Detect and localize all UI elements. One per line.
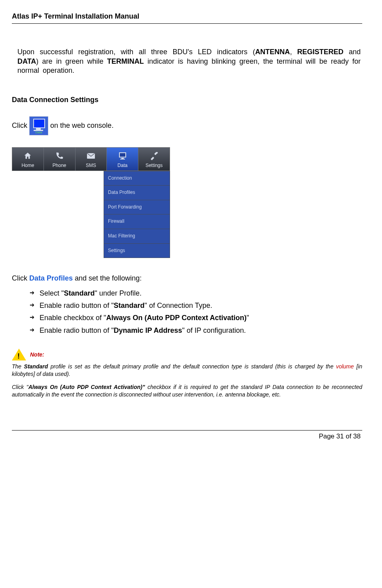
text: and [344,48,361,56]
intro-paragraph: Upon successful registration, with all t… [17,47,361,75]
phone-icon [44,150,75,162]
home-icon [12,150,43,162]
instruction-list: Select "Standard" under Profile. Enable … [12,287,362,337]
note-paragraph-1: The Standard profile is set as the defau… [12,363,362,378]
section-heading: Data Connection Settings [12,95,362,104]
dd-port-forwarding[interactable]: Port Forwarding [104,200,170,215]
click-data-line: Click Data on the web console. [12,116,362,135]
text: on the web console. [50,121,113,129]
warning-icon [12,349,26,360]
footer-rule [12,430,362,431]
bold: TERMINAL [107,57,144,65]
nav-label: SMS [86,163,96,168]
text: and set the following: [73,274,142,282]
text: Enable radio button of " [40,302,114,309]
nav-home[interactable]: Home [12,148,44,171]
bold: Dynamic IP Address [114,326,182,334]
list-item: Enable radio button of "Dynamic IP Addre… [29,324,362,337]
dd-settings[interactable]: Settings [104,244,170,258]
bold: Always On (Auto PDP Context Activation)" [28,384,145,390]
text: Click [12,121,29,129]
data-profiles-link: Data Profiles [29,274,73,282]
monitor-icon [33,119,45,128]
text: Enable checkbox of " [40,314,106,322]
text: ) are in green while [36,57,107,65]
nav-data[interactable]: Data [107,148,138,171]
text: " of IP configuration. [182,326,246,334]
nav-label: Settings [146,163,163,168]
volume-red: volume [336,363,354,370]
nav-bar: Home Phone SMS Data Settings [12,147,170,171]
text: " [247,314,249,322]
text: " under Profile. [95,289,141,297]
note-header: Note: [12,349,362,360]
data-monitor-icon [107,150,138,162]
text: Click " [12,384,28,390]
text: Enable radio button of " [40,326,114,334]
nav-phone[interactable]: Phone [44,148,76,171]
dd-connection[interactable]: Connection [104,171,170,186]
bold: DATA [17,57,36,65]
bold: Always On (Auto PDP Context Activation) [106,314,247,322]
sms-icon [76,150,107,162]
text: The [12,363,24,370]
data-icon-label: Data [30,131,48,135]
data-icon: Data [29,116,48,135]
text: " of Connection Type. [145,302,212,309]
bold: Standard [64,289,95,297]
page-footer: Page 31 of 38 [12,432,362,441]
text: , [290,48,297,56]
bold: REGISTERED [297,48,344,56]
dd-mac-filtering[interactable]: Mac Filtering [104,229,170,244]
nav-sms[interactable]: SMS [76,148,107,171]
dd-firewall[interactable]: Firewall [104,214,170,229]
nav-settings[interactable]: Settings [138,148,170,171]
nav-label: Home [21,163,34,168]
svg-rect-2 [120,153,125,157]
bold: ANTENNA [255,48,290,56]
list-item: Enable checkbox of "Always On (Auto PDP … [29,312,362,324]
web-console-screenshot: Home Phone SMS Data Settings [12,147,170,258]
nav-label: Data [117,163,127,168]
doc-header-title: Atlas IP+ Terminal Installation Manual [12,12,362,21]
bold: Standard [24,363,48,370]
data-dropdown: Connection Data Profiles Port Forwarding… [104,171,170,258]
nav-label: Phone [53,163,66,168]
list-item: Enable radio button of "Standard" of Con… [29,300,362,312]
bold: Standard [114,302,145,309]
text: profile is set as the default primary pr… [48,363,336,370]
svg-rect-4 [120,159,125,159]
text: Upon successful registration, with all t… [17,48,255,56]
text: Select " [40,289,64,297]
text: Click [12,274,29,282]
list-item: Select "Standard" under Profile. [29,287,362,300]
click-profiles-line: Click Data Profiles and set the followin… [12,274,362,283]
settings-icon [138,150,170,162]
dd-data-profiles[interactable]: Data Profiles [104,186,170,200]
note-label: Note: [30,351,44,358]
note-paragraph-2: Click "Always On (Auto PDP Context Activ… [12,383,362,398]
svg-point-5 [156,152,158,154]
svg-rect-3 [121,158,124,159]
header-rule [12,23,362,24]
